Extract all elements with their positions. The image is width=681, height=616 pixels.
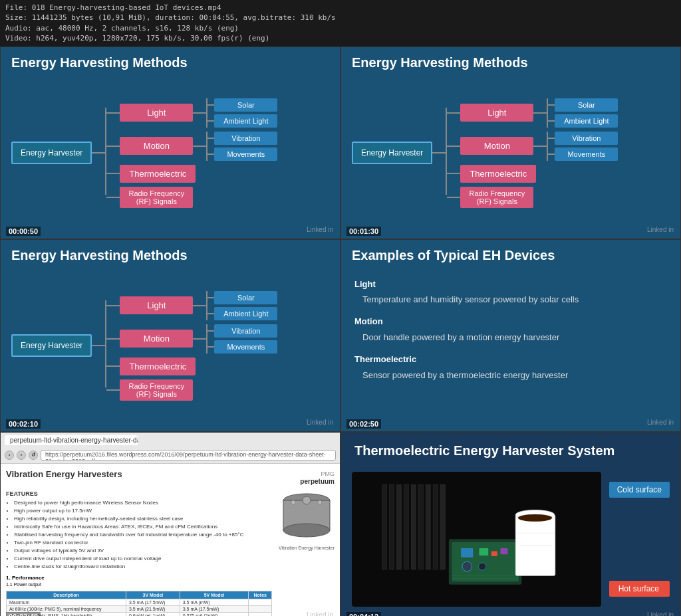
svg-point-14: [318, 500, 322, 504]
panel-5-linkedin: Linked in: [307, 611, 333, 616]
panel-2[interactable]: Energy Harvesting Methods Energy Harvest…: [340, 47, 681, 239]
panel-1-center: Energy Harvester: [11, 142, 92, 164]
datasheet-features: FEATURES Designed to power high performa…: [6, 490, 272, 571]
panel-4-motion-category: Motion: [354, 314, 667, 329]
svg-rect-29: [491, 551, 497, 556]
panel-3-solar: Solar: [214, 291, 277, 304]
panel-2-rf: Radio Frequency(RF) Signals: [460, 187, 533, 208]
panel-4-title: Examples of Typical EH Devices: [341, 240, 680, 268]
thermo-svg: [358, 478, 595, 600]
svg-rect-22: [426, 484, 430, 569]
feature-4: Intrinsically Safe for use in Hazardous …: [14, 523, 272, 531]
panel-1-title: Energy Harvesting Methods: [1, 47, 340, 76]
panel-1-light: Light: [120, 104, 193, 122]
browser-chrome: perpetuum-ltd-vibration-energy-harvester…: [1, 433, 340, 464]
browser-tab[interactable]: perpetuum-ltd-vibration-energy-harvester…: [5, 435, 138, 445]
svg-point-11: [283, 524, 330, 537]
panel-1[interactable]: Energy Harvesting Methods Energy Harvest…: [0, 47, 340, 239]
panel2-tree-v-line: [446, 98, 447, 208]
panel-2-diagram: Energy Harvester Light: [341, 76, 680, 231]
datasheet-title: Vibration Energy Harvesters: [6, 469, 122, 479]
panel-3-vibration: Vibration: [214, 324, 277, 338]
device-svg: [280, 490, 333, 540]
svg-point-32: [479, 563, 486, 570]
panel-1-timestamp: 00:00:50: [6, 227, 41, 236]
thermo-image: [352, 472, 601, 607]
row2-5v: 3.5 mA (17.5mW): [180, 605, 249, 612]
panel-2-timestamp: 00:01:30: [346, 227, 381, 236]
panel-5[interactable]: perpetuum-ltd-vibration-energy-harvester…: [0, 432, 340, 616]
file-info-line3: Audio: aac, 48000 Hz, 2 channels, s16, 1…: [5, 23, 676, 33]
panel-4-timestamp: 00:02:50: [346, 419, 381, 429]
table-row-1: Maximum 3.5 mA (17.5mW) 3.5 mA (mW): [7, 599, 272, 605]
panel-4-thermo-category: Thermoelectric: [354, 352, 667, 367]
panel-3-motion: Motion: [120, 330, 193, 348]
panel-4-light-item: Light Temperature and humidity sensor po…: [354, 276, 667, 308]
panel-1-h-connector: [92, 152, 105, 154]
panel-1-movements: Movements: [214, 148, 277, 161]
refresh-btn[interactable]: ↺: [29, 451, 38, 460]
panel-1-solar: Solar: [214, 98, 277, 112]
feature-1: Designed to power high performance Wirel…: [14, 499, 272, 507]
panel-6[interactable]: Thermoelectric Energy Harvester System: [340, 432, 681, 616]
video-grid: Energy Harvesting Methods Energy Harvest…: [0, 47, 681, 616]
svg-rect-28: [479, 548, 489, 556]
panel-3-title: Energy Harvesting Methods: [1, 240, 340, 268]
panel-1-diagram: Energy Harvester Light: [1, 76, 340, 231]
svg-rect-23: [433, 484, 438, 569]
svg-point-12: [303, 496, 311, 504]
device-caption: Vibration Energy Harvester: [279, 546, 335, 550]
table-row-2: At 60Hz (100Hz: PMG 5), nominal frequenc…: [7, 605, 272, 612]
col-3v: 3V Model: [126, 591, 180, 599]
panel-1-ambient: Ambient Light: [214, 114, 277, 128]
hot-surface-label: Hot surface: [609, 581, 670, 597]
panel-6-timestamp: 00:04:12: [346, 612, 381, 616]
feature-3: High reliability design, including herme…: [14, 515, 272, 523]
row1-3v: 3.5 mA (17.5mW): [126, 599, 180, 605]
panel-2-linkedin: Linked in: [647, 226, 674, 233]
panel-3-light: Light: [120, 296, 193, 314]
panel-2-motion: Motion: [460, 137, 533, 155]
panel-3-ambient: Ambient Light: [214, 307, 277, 320]
row3-3v: 0.6mW (el: 1mW): [126, 612, 180, 616]
row1-notes: [249, 599, 272, 605]
svg-rect-30: [501, 548, 508, 554]
svg-rect-24: [440, 484, 445, 569]
panel-2-light: Light: [460, 104, 533, 122]
panel-2-vibration: Vibration: [555, 132, 618, 145]
svg-rect-18: [397, 484, 402, 569]
datasheet-cols: FEATURES Designed to power high performa…: [6, 490, 335, 616]
svg-rect-19: [404, 484, 409, 569]
panel-1-rf: Radio Frequency(RF) Signals: [120, 187, 193, 208]
feature-8: Current drive output independent of load…: [14, 555, 272, 563]
panel-3-linkedin: Linked in: [307, 419, 333, 426]
datasheet-header: Vibration Energy Harvesters PMG perpetuu…: [6, 469, 335, 485]
panel-4-thermo-item: Thermoelectric Sensor powered by a therm…: [354, 352, 667, 383]
panel-4-light-desc: Temperature and humidity sensor powered …: [354, 292, 667, 307]
datasheet-left: FEATURES Designed to power high performa…: [6, 490, 272, 616]
back-btn[interactable]: ‹: [5, 451, 14, 460]
row1-5v: 3.5 mA (mW): [180, 599, 249, 605]
col-description: Description: [7, 591, 126, 599]
panel-4-motion-item: Motion Door handle powered by a motion e…: [354, 314, 667, 345]
power-output-section: 1.1 Power output: [6, 582, 272, 587]
svg-point-31: [462, 562, 472, 571]
panel-3-thermo: Thermoelectric: [120, 358, 196, 375]
forward-btn[interactable]: ›: [17, 451, 26, 460]
feature-6: Two-pin RF standard connector: [14, 539, 272, 547]
panel-4-content: Light Temperature and humidity sensor po…: [341, 268, 680, 391]
panel-5-timestamp: 00:03:48: [6, 612, 41, 616]
panel-4-light-category: Light: [354, 276, 667, 292]
panel-3-timestamp: 00:02:10: [6, 419, 41, 429]
row2-3v: 3.5 mA (21.5mW): [126, 605, 180, 612]
feature-5: Stabilised harvesting frequency and band…: [14, 531, 272, 539]
browser-url[interactable]: https://perpetuum2016.files.wordpress.co…: [41, 450, 336, 461]
panel-2-movements: Movements: [555, 148, 618, 161]
file-info-line4: Video: h264, yuv420p, 1280x720, 175 kb/s…: [5, 33, 676, 43]
row3-notes: [249, 612, 272, 616]
feature-9: Centre-line studs for straightforward in…: [14, 563, 272, 571]
file-info-line2: Size: 11441235 bytes (10,91 MiB), durati…: [5, 13, 676, 23]
panel-4[interactable]: Examples of Typical EH Devices Light Tem…: [340, 239, 681, 432]
panel-3[interactable]: Energy Harvesting Methods Energy Harvest…: [0, 239, 340, 432]
thermo-labels: Cold surface Hot surface: [609, 472, 670, 607]
